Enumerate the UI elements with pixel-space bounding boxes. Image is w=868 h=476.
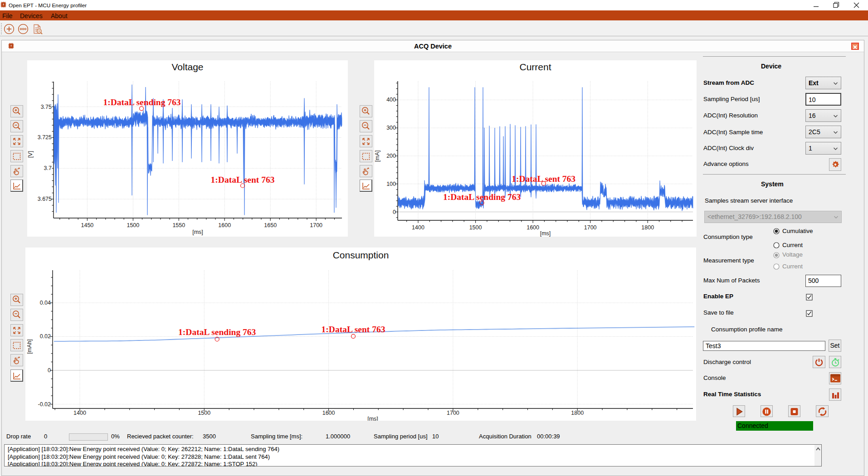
svg-text:1700: 1700: [584, 224, 597, 231]
svg-text:1:DataL sending 763: 1:DataL sending 763: [103, 97, 180, 107]
svg-text:3.675: 3.675: [38, 196, 52, 202]
svg-text:1400: 1400: [73, 410, 86, 416]
svg-text:300: 300: [386, 125, 396, 131]
svg-text:3.75: 3.75: [41, 104, 52, 110]
svg-text:0.04: 0.04: [40, 300, 51, 306]
svg-text:1800: 1800: [571, 410, 584, 416]
svg-text:[mAh]: [mAh]: [26, 339, 33, 354]
svg-text:1600: 1600: [322, 410, 335, 416]
svg-text:1:DataL sent 763: 1:DataL sent 763: [211, 175, 275, 185]
svg-text:400: 400: [386, 97, 396, 103]
svg-text:0: 0: [48, 367, 51, 374]
svg-text:3.7: 3.7: [44, 165, 52, 171]
svg-text:1600: 1600: [218, 222, 231, 228]
svg-text:1550: 1550: [172, 222, 185, 228]
svg-text:[ms]: [ms]: [192, 229, 203, 235]
svg-text:1700: 1700: [310, 222, 322, 228]
svg-text:[ms]: [ms]: [367, 416, 378, 421]
svg-text:1500: 1500: [469, 224, 482, 231]
svg-text:[mA]: [mA]: [374, 151, 380, 162]
svg-text:1:DataL sent 763: 1:DataL sent 763: [512, 174, 575, 184]
svg-text:1500: 1500: [127, 222, 139, 228]
svg-text:1700: 1700: [447, 410, 459, 416]
svg-text:1:DataL sent 763: 1:DataL sent 763: [322, 325, 385, 334]
svg-text:200: 200: [386, 153, 396, 159]
svg-text:[V]: [V]: [27, 151, 34, 158]
svg-text:1400: 1400: [412, 224, 424, 231]
svg-text:0.02: 0.02: [40, 333, 51, 340]
svg-text:100: 100: [386, 181, 396, 187]
svg-text:3.725: 3.725: [38, 134, 52, 141]
svg-text:[ms]: [ms]: [540, 230, 551, 237]
svg-text:0: 0: [393, 209, 396, 215]
svg-text:1:DataL sending 763: 1:DataL sending 763: [178, 327, 256, 337]
svg-text:-0.02: -0.02: [38, 401, 51, 408]
svg-text:1800: 1800: [641, 224, 654, 231]
svg-text:1650: 1650: [264, 222, 277, 228]
svg-text:1450: 1450: [81, 222, 93, 228]
svg-text:1500: 1500: [198, 410, 210, 416]
svg-text:1:DataL sending 763: 1:DataL sending 763: [443, 192, 521, 202]
svg-text:1600: 1600: [527, 224, 539, 231]
